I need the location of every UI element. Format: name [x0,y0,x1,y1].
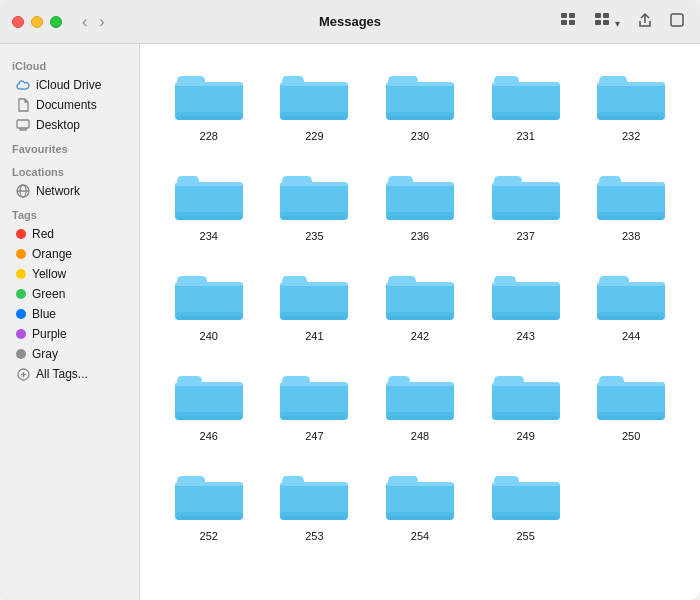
svg-rect-43 [177,216,241,220]
svg-rect-7 [603,20,609,25]
svg-rect-31 [388,116,452,120]
folder-icon [490,266,562,326]
more-button[interactable] [666,11,688,32]
folder-item[interactable]: 231 [477,60,575,148]
tag-red-label: Red [32,227,54,241]
green-dot [16,289,26,299]
view-grid-button[interactable] [557,11,581,32]
sidebar-section-tags: Tags [0,201,139,224]
folder-item[interactable]: 255 [477,460,575,548]
folder-item[interactable]: 238 [582,160,680,248]
folder-item[interactable]: 243 [477,260,575,348]
svg-rect-3 [569,20,575,25]
folder-item[interactable]: 252 [160,460,258,548]
icloud-drive-label: iCloud Drive [36,78,101,92]
folder-label: 253 [305,530,323,542]
folder-icon [384,66,456,126]
folder-item[interactable]: 234 [160,160,258,248]
folder-item[interactable]: 235 [266,160,364,248]
sidebar-item-tag-purple[interactable]: Purple [4,324,135,344]
folder-item[interactable]: 240 [160,260,258,348]
svg-rect-75 [494,316,558,320]
svg-rect-103 [177,516,241,520]
tag-yellow-label: Yellow [32,267,66,281]
sidebar-item-tag-orange[interactable]: Orange [4,244,135,264]
folder-icon [384,166,456,226]
folder-icon [173,166,245,226]
folder-label: 236 [411,230,429,242]
sidebar-item-all-tags[interactable]: All Tags... [4,364,135,384]
svg-rect-4 [595,13,601,18]
minimize-button[interactable] [31,16,43,28]
blue-dot [16,309,26,319]
gray-dot [16,349,26,359]
folder-item[interactable]: 232 [582,60,680,148]
finder-window: ‹ › Messages ▾ [0,0,700,600]
tag-gray-label: Gray [32,347,58,361]
svg-rect-51 [388,216,452,220]
folder-item[interactable]: 254 [371,460,469,548]
network-icon [16,184,30,198]
folder-item[interactable]: 242 [371,260,469,348]
folder-item[interactable]: 248 [371,360,469,448]
svg-rect-42 [175,182,243,186]
svg-rect-115 [494,516,558,520]
svg-rect-114 [492,482,560,486]
folder-item[interactable]: 228 [160,60,258,148]
folder-item[interactable]: 229 [266,60,364,148]
folder-item[interactable]: 253 [266,460,364,548]
folder-icon [173,366,245,426]
sidebar-item-tag-yellow[interactable]: Yellow [4,264,135,284]
folder-item[interactable]: 236 [371,160,469,248]
close-button[interactable] [12,16,24,28]
svg-rect-107 [282,516,346,520]
folder-icon [384,266,456,326]
folder-item[interactable]: 230 [371,60,469,148]
sidebar-item-icloud-drive[interactable]: iCloud Drive [4,75,135,95]
sidebar-item-tag-gray[interactable]: Gray [4,344,135,364]
folder-label: 248 [411,430,429,442]
sidebar-item-tag-red[interactable]: Red [4,224,135,244]
folder-item[interactable]: 244 [582,260,680,348]
sidebar-item-desktop[interactable]: Desktop [4,115,135,135]
svg-rect-27 [282,116,346,120]
svg-rect-6 [595,20,601,25]
svg-rect-54 [492,182,560,186]
folder-icon [595,366,667,426]
folder-label: 237 [516,230,534,242]
svg-rect-70 [386,282,454,286]
svg-rect-67 [282,316,346,320]
folder-label: 252 [200,530,218,542]
svg-rect-34 [492,82,560,86]
back-button[interactable]: ‹ [78,11,91,33]
svg-rect-106 [280,482,348,486]
folder-item[interactable]: 247 [266,360,364,448]
view-options-button[interactable]: ▾ [591,11,624,32]
folder-item[interactable]: 246 [160,360,258,448]
folder-label: 244 [622,330,640,342]
folder-content: 228 229 230 231 [140,44,700,600]
folder-icon [384,366,456,426]
folder-item[interactable]: 237 [477,160,575,248]
sidebar-item-tag-blue[interactable]: Blue [4,304,135,324]
folder-item[interactable]: 250 [582,360,680,448]
svg-rect-50 [386,182,454,186]
folder-item[interactable]: 241 [266,260,364,348]
folder-icon [490,166,562,226]
svg-rect-99 [599,416,663,420]
cloud-icon [16,78,30,92]
share-button[interactable] [634,10,656,33]
window-title: Messages [319,14,381,29]
sidebar-item-tag-green[interactable]: Green [4,284,135,304]
folder-icon [173,466,245,526]
sidebar-item-network[interactable]: Network [4,181,135,201]
svg-rect-74 [492,282,560,286]
sidebar-item-documents[interactable]: Documents [4,95,135,115]
forward-button[interactable]: › [95,11,108,33]
desktop-icon [16,118,30,132]
folder-label: 255 [516,530,534,542]
svg-rect-39 [599,116,663,120]
folder-item[interactable]: 249 [477,360,575,448]
maximize-button[interactable] [50,16,62,28]
sidebar-section-icloud: iCloud [0,52,139,75]
